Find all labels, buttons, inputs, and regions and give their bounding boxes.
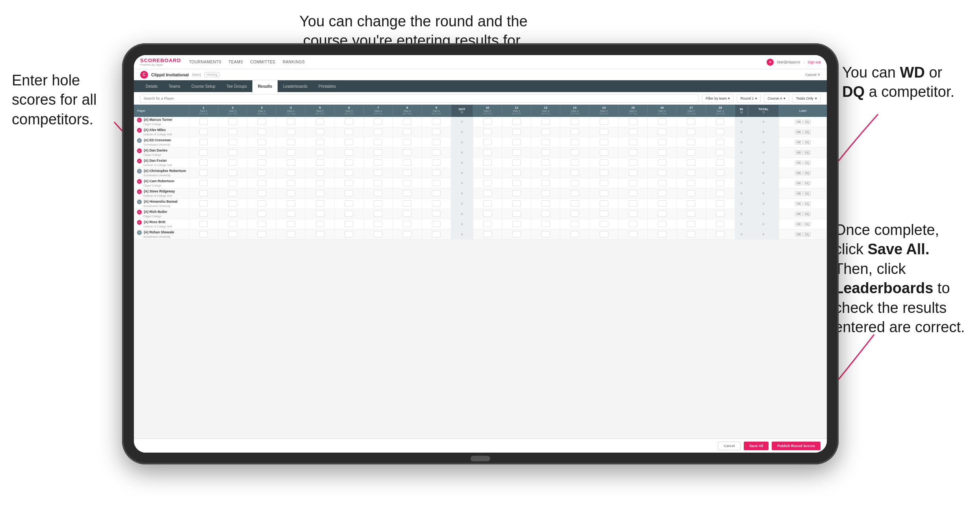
hole-14-score[interactable] <box>589 188 619 198</box>
hole-9-score[interactable] <box>422 127 451 137</box>
hole-16-input[interactable] <box>658 149 667 155</box>
dq-button[interactable]: DQ <box>804 232 811 237</box>
home-button[interactable] <box>471 456 490 461</box>
wd-button[interactable]: WD <box>795 232 803 237</box>
hole-1-score[interactable] <box>189 168 218 178</box>
hole-18-score[interactable] <box>706 198 735 209</box>
hole-8-input[interactable] <box>403 159 411 166</box>
hole-11-input[interactable] <box>512 221 521 227</box>
hole-6-score[interactable] <box>335 127 364 137</box>
wd-button[interactable]: WD <box>795 222 803 226</box>
hole-11-score[interactable] <box>502 147 531 157</box>
hole-14-input[interactable] <box>600 170 608 176</box>
wd-button[interactable]: WD <box>795 181 803 185</box>
tab-tee-groups[interactable]: Tee Groups <box>221 80 252 92</box>
hole-14-input[interactable] <box>600 129 608 135</box>
hole-17-score[interactable] <box>676 229 706 239</box>
hole-5-input[interactable] <box>316 190 324 196</box>
hole-11-input[interactable] <box>512 190 521 196</box>
hole-1-score[interactable] <box>189 157 218 168</box>
hole-6-score[interactable] <box>335 117 364 127</box>
hole-3-score[interactable] <box>247 188 276 198</box>
hole-10-score[interactable] <box>473 209 502 219</box>
tab-results[interactable]: Results <box>252 80 278 92</box>
hole-16-input[interactable] <box>658 159 667 166</box>
totals-only-button[interactable]: Totals Only ▾ <box>792 94 821 103</box>
hole-2-input[interactable] <box>228 200 237 207</box>
hole-3-score[interactable] <box>247 168 276 178</box>
hole-13-input[interactable] <box>571 211 579 217</box>
wd-button[interactable]: WD <box>795 130 803 134</box>
hole-8-input[interactable] <box>403 190 411 196</box>
hole-3-score[interactable] <box>247 117 276 127</box>
course-selector[interactable]: Course A ▾ <box>764 94 789 103</box>
hole-5-score[interactable] <box>306 147 335 157</box>
hole-1-input[interactable] <box>199 149 208 155</box>
hole-6-score[interactable] <box>335 147 364 157</box>
hole-18-score[interactable] <box>706 209 735 219</box>
hole-7-input[interactable] <box>374 139 382 145</box>
hole-3-score[interactable] <box>247 209 276 219</box>
hole-14-score[interactable] <box>589 127 619 137</box>
hole-10-score[interactable] <box>473 198 502 209</box>
hole-17-input[interactable] <box>687 118 695 125</box>
nav-committee[interactable]: COMMITTEE <box>250 60 276 64</box>
hole-7-input[interactable] <box>374 231 382 237</box>
hole-15-score[interactable] <box>619 117 648 127</box>
nav-teams[interactable]: TEAMS <box>228 60 243 64</box>
hole-3-score[interactable] <box>247 137 276 147</box>
hole-4-input[interactable] <box>287 180 295 186</box>
hole-14-input[interactable] <box>600 231 608 237</box>
hole-10-input[interactable] <box>483 118 492 125</box>
hole-1-score[interactable] <box>189 198 218 209</box>
hole-14-input[interactable] <box>600 200 608 207</box>
hole-4-input[interactable] <box>287 159 295 166</box>
cancel-button[interactable]: Cancel <box>718 442 741 450</box>
hole-6-score[interactable] <box>335 188 364 198</box>
hole-16-input[interactable] <box>658 211 667 217</box>
hole-14-input[interactable] <box>600 211 608 217</box>
hole-4-score[interactable] <box>276 147 306 157</box>
hole-6-score[interactable] <box>335 219 364 229</box>
hole-4-score[interactable] <box>276 198 306 209</box>
hole-5-score[interactable] <box>306 188 335 198</box>
hole-8-input[interactable] <box>403 118 411 125</box>
hole-5-score[interactable] <box>306 229 335 239</box>
hole-16-input[interactable] <box>658 231 667 237</box>
hole-8-score[interactable] <box>393 219 422 229</box>
hole-15-score[interactable] <box>619 198 648 209</box>
hole-9-input[interactable] <box>432 180 441 186</box>
hole-4-input[interactable] <box>287 170 295 176</box>
hole-16-score[interactable] <box>648 209 677 219</box>
hole-3-score[interactable] <box>247 219 276 229</box>
hole-4-input[interactable] <box>287 149 295 155</box>
hole-15-input[interactable] <box>629 180 637 186</box>
hole-14-input[interactable] <box>600 118 608 125</box>
hole-15-input[interactable] <box>629 221 637 227</box>
tab-leaderboards[interactable]: Leaderboards <box>278 80 313 92</box>
tab-printables[interactable]: Printables <box>313 80 341 92</box>
hole-8-score[interactable] <box>393 137 422 147</box>
dq-button[interactable]: DQ <box>804 120 811 124</box>
hole-10-input[interactable] <box>483 170 492 176</box>
hole-16-score[interactable] <box>648 117 677 127</box>
hole-3-input[interactable] <box>258 129 266 135</box>
hole-16-input[interactable] <box>658 139 667 145</box>
hole-16-input[interactable] <box>658 129 667 135</box>
hole-10-score[interactable] <box>473 178 502 188</box>
hole-17-input[interactable] <box>687 170 695 176</box>
hole-3-score[interactable] <box>247 229 276 239</box>
hole-6-input[interactable] <box>345 118 353 125</box>
hole-11-input[interactable] <box>512 170 521 176</box>
hole-5-score[interactable] <box>306 198 335 209</box>
hole-3-input[interactable] <box>258 118 266 125</box>
hole-14-score[interactable] <box>589 147 619 157</box>
hole-5-input[interactable] <box>316 180 324 186</box>
hole-2-score[interactable] <box>218 229 247 239</box>
hole-9-score[interactable] <box>422 188 451 198</box>
hole-6-input[interactable] <box>345 170 353 176</box>
cancel-tournament[interactable]: Cancel ✕ <box>805 73 821 77</box>
hole-10-score[interactable] <box>473 137 502 147</box>
hole-8-score[interactable] <box>393 117 422 127</box>
hole-18-input[interactable] <box>716 118 724 125</box>
